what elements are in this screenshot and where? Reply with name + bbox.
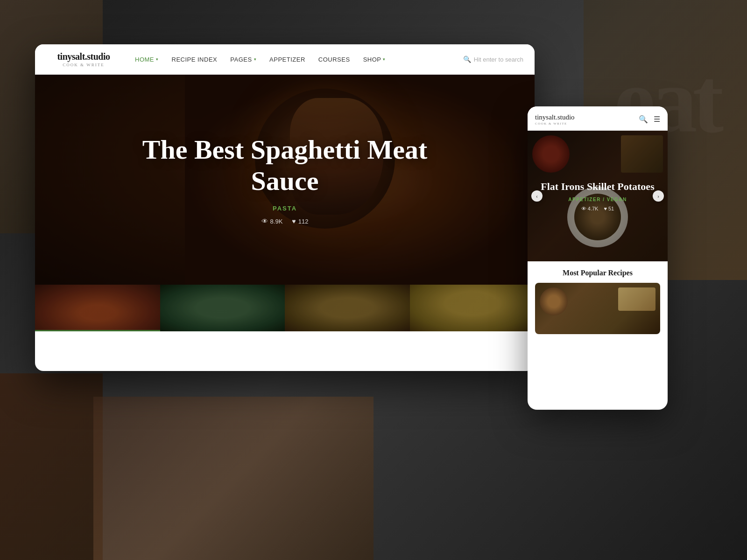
logo-name-part2: studio (87, 51, 110, 62)
nav-appetizer-label: APPETIZER (269, 56, 305, 63)
mobile-hero-category[interactable]: APPETIZER / VEGAN (568, 197, 627, 202)
slider-next-button[interactable]: › (653, 190, 664, 202)
hero-views: 👁 8.9K (261, 217, 283, 225)
mobile-views: 👁 4.7K (581, 206, 599, 211)
nav-appetizer[interactable]: APPETIZER (269, 56, 305, 63)
hero-views-count: 8.9K (270, 218, 283, 225)
logo-section: tinysalt.studio COOK & WRITE (46, 51, 121, 67)
mobile-logo-tagline: COOK & WRITE (535, 122, 575, 126)
logo-name-part1: tinysalt. (57, 51, 87, 62)
hero-stats: 👁 8.9K ♥ 112 (261, 217, 309, 225)
chevron-down-icon-2: ▾ (254, 57, 257, 62)
nav-recipe-index[interactable]: RECIPE INDEX (172, 56, 218, 63)
mobile-hero-content: Flat Irons Skillet Potatoes APPETIZER / … (528, 131, 668, 261)
search-icon: 🔍 (463, 56, 471, 63)
hero-likes: ♥ 112 (292, 217, 308, 225)
active-indicator (35, 330, 160, 331)
mobile-views-count: 4.7K (588, 206, 599, 211)
nav-recipe-index-label: RECIPE INDEX (172, 56, 218, 63)
hero-likes-count: 112 (298, 218, 309, 225)
mobile-likes: ♥ 51 (604, 206, 614, 211)
bg-bottom-center (93, 397, 374, 560)
nav-links: HOME ▾ RECIPE INDEX PAGES ▾ APPETIZER CO… (135, 56, 463, 63)
bg-bottom-left (0, 373, 103, 560)
nav-bar: tinysalt.studio COOK & WRITE HOME ▾ RECI… (35, 44, 535, 75)
mobile-logo[interactable]: tinysalt.studio COOK & WRITE (535, 113, 575, 126)
mobile-menu-icon[interactable]: ☰ (654, 115, 660, 124)
mobile-logo-text: tinysalt.studio (535, 113, 575, 121)
nav-home[interactable]: HOME ▾ (135, 56, 159, 63)
logo-tagline: COOK & WRITE (63, 63, 104, 67)
popular-recipe-image[interactable] (535, 283, 660, 334)
nav-search[interactable]: 🔍 Hit enter to search (463, 56, 523, 63)
mobile-search-icon[interactable]: 🔍 (639, 115, 648, 124)
thumbnail-3[interactable] (285, 285, 410, 331)
mobile-likes-count: 51 (608, 206, 614, 211)
mobile-hero: ‹ › Flat Irons Skillet Potatoes APPETIZE… (528, 131, 668, 261)
nav-pages-label: PAGES (230, 56, 252, 63)
mobile-nav: tinysalt.studio COOK & WRITE 🔍 ☰ (528, 106, 668, 131)
slider-prev-button[interactable]: ‹ (531, 190, 543, 202)
thumbnail-2[interactable] (160, 285, 285, 331)
nav-shop-label: SHOP (363, 56, 381, 63)
chevron-down-icon: ▾ (156, 57, 159, 62)
mobile-browser-window: tinysalt.studio COOK & WRITE 🔍 ☰ ‹ › Fla… (528, 106, 668, 410)
hero-title: The Best Spaghetti Meat Sauce (121, 134, 448, 196)
nav-pages[interactable]: PAGES ▾ (230, 56, 256, 63)
heart-icon-mobile: ♥ (604, 206, 607, 211)
thumbnail-1[interactable] (35, 285, 160, 331)
nav-shop[interactable]: SHOP ▾ (363, 56, 386, 63)
search-placeholder-text: Hit enter to search (474, 56, 523, 63)
popular-title: Most Popular Recipes (535, 269, 660, 277)
hero-content: The Best Spaghetti Meat Sauce PASTA 👁 8.… (35, 75, 535, 285)
hero-section: The Best Spaghetti Meat Sauce PASTA 👁 8.… (35, 75, 535, 285)
hero-category[interactable]: PASTA (273, 205, 297, 212)
thumbnail-4[interactable] (410, 285, 535, 331)
nav-courses[interactable]: COURSES (318, 56, 350, 63)
thumbnail-strip (35, 285, 535, 331)
chevron-down-icon-3: ▾ (383, 57, 386, 62)
mobile-hero-stats: 👁 4.7K ♥ 51 (581, 206, 614, 211)
mobile-hero-title: Flat Irons Skillet Potatoes (541, 181, 654, 193)
nav-courses-label: COURSES (318, 56, 350, 63)
eye-icon: 👁 (261, 217, 268, 225)
nav-home-label: HOME (135, 56, 154, 63)
site-logo[interactable]: tinysalt.studio (57, 51, 110, 62)
eye-icon-mobile: 👁 (581, 206, 586, 211)
mobile-nav-icons: 🔍 ☰ (639, 115, 660, 124)
heart-icon: ♥ (292, 217, 296, 225)
mobile-popular-section: Most Popular Recipes (528, 261, 668, 342)
desktop-browser-window: tinysalt.studio COOK & WRITE HOME ▾ RECI… (35, 44, 535, 371)
